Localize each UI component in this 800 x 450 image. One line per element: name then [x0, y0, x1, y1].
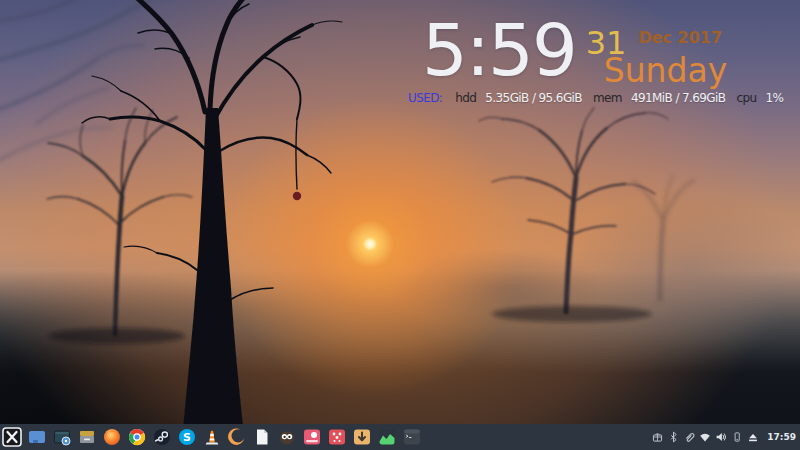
- wifi-tray[interactable]: [698, 429, 712, 445]
- crescent-app-launcher[interactable]: [227, 427, 247, 447]
- document-icon: [252, 427, 272, 447]
- stats-used-label: USED:: [408, 91, 442, 105]
- file-manager-launcher[interactable]: [27, 427, 47, 447]
- red-dots-app-launcher[interactable]: [327, 427, 347, 447]
- device-icon: [731, 430, 743, 444]
- package-updates-tray[interactable]: [650, 429, 664, 445]
- speaker-icon: [714, 430, 728, 444]
- taskbar: S: [0, 424, 800, 450]
- eject-icon: [746, 430, 760, 444]
- vlc-launcher[interactable]: [202, 427, 222, 447]
- right-tree: [479, 108, 668, 312]
- widget-date: 31 Dec 2017 Sunday: [586, 14, 727, 87]
- text-document-launcher[interactable]: [252, 427, 272, 447]
- orange-crescent-icon: [227, 427, 247, 447]
- left-tree: [47, 108, 192, 334]
- chrome-launcher[interactable]: [127, 427, 147, 447]
- clipboard-manager-tray[interactable]: [682, 429, 696, 445]
- stats-hdd-label: hdd: [455, 91, 476, 105]
- hazy-tree-topleft: [0, 0, 158, 162]
- left-tree-shadow: [49, 328, 185, 344]
- widget-system-stats: USED: hdd 5.35GiB / 95.6GiB mem 491MiB /…: [408, 91, 738, 105]
- red-berry: [293, 192, 301, 200]
- skype-launcher[interactable]: S: [177, 427, 197, 447]
- package-icon: [651, 430, 664, 444]
- system-monitor-launcher[interactable]: [377, 427, 397, 447]
- screenshot-window-icon: [52, 427, 72, 447]
- widget-weekday: Sunday: [604, 54, 727, 87]
- app-menu-button[interactable]: [2, 427, 22, 447]
- wifi-icon: [698, 430, 712, 444]
- pink-media-app-launcher[interactable]: [302, 427, 322, 447]
- desktop: 5:59 31 Dec 2017 Sunday USED: hdd 5.35Gi…: [0, 0, 800, 450]
- archive-drawer-icon: [77, 427, 97, 447]
- far-right-tree: [633, 175, 694, 300]
- system-monitor-graph-icon: [377, 427, 397, 447]
- x-menu-icon: [2, 427, 22, 447]
- chrome-icon: [127, 427, 147, 447]
- taskbar-launchers: S: [2, 427, 422, 447]
- widget-time: 5:59: [422, 14, 576, 86]
- terminal-icon: [402, 427, 422, 447]
- bluetooth-icon: [667, 430, 680, 444]
- taskbar-tray: 17:59: [650, 429, 796, 445]
- firefox-launcher[interactable]: [102, 427, 122, 447]
- clock-widget: 5:59 31 Dec 2017 Sunday USED: hdd 5.35Gi…: [408, 14, 738, 105]
- bluetooth-tray[interactable]: [666, 429, 680, 445]
- stats-mem-value: 491MiB / 7.69GiB: [631, 91, 725, 105]
- skype-icon: S: [177, 427, 197, 447]
- screenshot-tool-launcher[interactable]: [52, 427, 72, 447]
- stats-mem-label: mem: [593, 91, 622, 105]
- paperclip-icon: [683, 430, 696, 444]
- firefox-icon: [102, 427, 122, 447]
- stats-cpu-label: cpu: [736, 91, 756, 105]
- red-dots-icon: [327, 427, 347, 447]
- owl-app-launcher[interactable]: [277, 427, 297, 447]
- steam-launcher[interactable]: [152, 427, 172, 447]
- file-manager-icon: [27, 427, 47, 447]
- device-tray[interactable]: [730, 429, 744, 445]
- terminal-launcher[interactable]: [402, 427, 422, 447]
- skype-letter: S: [183, 431, 191, 444]
- stats-hdd-value: 5.35GiB / 95.6GiB: [485, 91, 582, 105]
- download-manager-launcher[interactable]: [352, 427, 372, 447]
- vlc-icon: [202, 427, 222, 447]
- archive-manager-launcher[interactable]: [77, 427, 97, 447]
- tray-clock[interactable]: 17:59: [767, 432, 796, 442]
- volume-tray[interactable]: [714, 429, 728, 445]
- steam-icon: [152, 427, 172, 447]
- download-arrow-icon: [352, 427, 372, 447]
- right-tree-shadow: [492, 306, 652, 322]
- widget-month-year: Dec 2017: [638, 29, 722, 47]
- pink-player-icon: [302, 427, 322, 447]
- eject-tray[interactable]: [746, 429, 760, 445]
- stats-cpu-value: 1%: [765, 91, 783, 105]
- owl-face-icon: [277, 427, 297, 447]
